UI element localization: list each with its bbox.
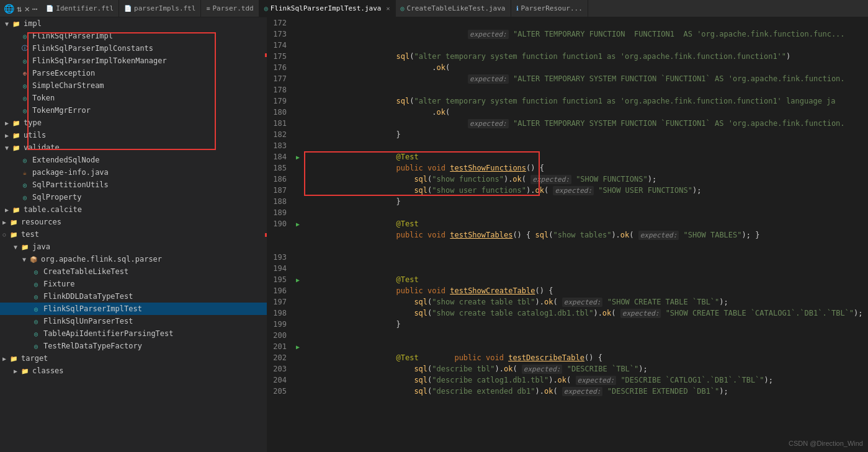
close-icon[interactable]: ✕ [24, 4, 29, 14]
sidebar-item-resources[interactable]: ▶ 📁 resources [0, 216, 267, 228]
sidebar-item-type[interactable]: ▶ 📁 type [0, 117, 267, 129]
label-packageinfo: package-info.java [32, 168, 109, 177]
sidebar-item-packageinfo[interactable]: ☕ package-info.java [0, 166, 267, 179]
code-lines: expected: "ALTER TEMPORARY FUNCTION FUNC… [304, 17, 863, 397]
class-icon-sqlproperty: ◎ [20, 192, 30, 202]
sidebar-item-token[interactable]: ◎ Token [0, 92, 267, 104]
tab-icon-identifier: 📄 [46, 5, 53, 12]
sidebar-item-constants[interactable]: ⓘ FlinkSqlParserImplConstants [0, 42, 267, 55]
tab-icon-parser: ≡ [206, 5, 210, 12]
sidebar-item-test[interactable]: ○ 📁 test [0, 228, 267, 241]
label-tablecalcite: table.calcite [24, 205, 82, 214]
tab-bar: 🌐 ⇅ ✕ ⋯ 📄 Identifier.ftl 📄 parserImpls.f… [0, 0, 868, 17]
code-line-193 [306, 252, 863, 263]
label-flinksqlparserimpl: FlinkSqlParserImpl [32, 32, 113, 40]
sidebar-item-flinkddl[interactable]: ◎ FlinkDDLDataTypeTest [0, 290, 267, 303]
class-icon-sqlpartitionutils: ◎ [20, 180, 30, 190]
tab-icon-parserimpl: 📄 [124, 5, 132, 12]
label-tableapiidentifier: TableApiIdentifierParsingTest [43, 329, 174, 338]
sidebar-item-fixture[interactable]: ◎ Fixture [0, 278, 267, 290]
code-line-178: sql("alter temporary system function fun… [306, 84, 863, 95]
sidebar-item-flinksqlparserimpl[interactable]: ◎ FlinkSqlParserImpl [0, 30, 267, 42]
tab-close-flinktest[interactable]: ✕ [386, 5, 390, 12]
globe-icon[interactable]: 🌐 [4, 4, 14, 14]
tab-parserimpl[interactable]: 📄 parserImpls.ftl [119, 0, 201, 17]
label-tokenmanager: FlinkSqlParserImplTokenManager [32, 56, 167, 65]
label-tokenmgrerror: TokenMgrError [32, 106, 91, 115]
tab-flinktest[interactable]: ◎ FlinkSqlParserImplTest.java ✕ [259, 0, 396, 17]
sidebar-item-target[interactable]: ▶ 📁 target [0, 352, 267, 365]
sidebar-item-sqlpartitionutils[interactable]: ◎ SqlPartitionUtils [0, 179, 267, 191]
tab-label-createtable: CreateTableLikeTest.java [407, 4, 506, 12]
label-test: test [21, 230, 39, 239]
sidebar-item-classes[interactable]: ▶ 📁 classes [0, 365, 267, 377]
code-line-204: sql("describe extended db1").ok( expecte… [306, 374, 863, 386]
code-line-191 [306, 229, 863, 241]
run-btn-184[interactable]: ▶ [296, 154, 300, 161]
arrow-orgapache: ▼ [20, 256, 29, 263]
sidebar-item-flinksqlparserimpltest[interactable]: ◎ FlinkSqlParserImplTest [0, 303, 267, 315]
label-flinkddl: FlinkDDLDataTypeTest [43, 292, 133, 301]
code-line-173 [306, 29, 863, 40]
code-line-182 [306, 129, 863, 140]
code-content: 172 173 174 175 176 177 178 179 180 181 … [267, 17, 868, 397]
sidebar-item-tablecalcite[interactable]: ▶ 📁 table.calcite [0, 203, 267, 216]
folder-icon-type: 📁 [11, 118, 21, 128]
arrow-type: ▶ [2, 120, 11, 126]
sidebar-item-simplecharstream[interactable]: ◎ SimpleCharStream [0, 79, 267, 92]
tab-createtable[interactable]: ◎ CreateTableLikeTest.java [396, 0, 511, 17]
run-btn-190[interactable]: ▶ [296, 221, 300, 228]
run-btn-201[interactable]: ▶ [296, 343, 300, 350]
sidebar-item-validate[interactable]: ▼ 📁 validate [0, 141, 267, 154]
java-icon-packageinfo: ☕ [20, 167, 30, 177]
arrow-resources: ▶ [0, 219, 9, 226]
label-extendedsqlnode: ExtendedSqlNode [32, 156, 99, 164]
sidebar-item-java[interactable]: ▼ 📁 java [0, 241, 267, 253]
code-line-181: } [306, 118, 863, 129]
code-line-201: @Test public void testDescribeTable() { [306, 341, 863, 352]
label-type: type [24, 118, 42, 127]
code-line-186: sql("show user functions").ok( expected:… [306, 174, 863, 185]
folder-icon-utils: 📁 [11, 130, 21, 140]
label-sqlpartitionutils: SqlPartitionUtils [32, 180, 109, 189]
sidebar-item-parseexception[interactable]: ⊕ ParseException [0, 67, 267, 79]
sidebar-item-sqlproperty[interactable]: ◎ SqlProperty [0, 191, 267, 203]
label-utils: utils [24, 131, 46, 140]
sidebar-item-impl[interactable]: ▼ 📁 impl [0, 17, 267, 30]
main-layout: ▼ 📁 impl ◎ FlinkSqlParserImpl ⓘ FlinkSql… [0, 17, 868, 452]
class-icon-tokenmgrerror: ◎ [20, 105, 30, 115]
code-line-180: expected: "ALTER TEMPORARY SYSTEM FUNCTI… [306, 107, 863, 118]
label-token: Token [32, 94, 55, 102]
code-editor[interactable]: 172 173 174 175 176 177 178 179 180 181 … [267, 17, 868, 452]
sidebar-item-tokenmgrerror[interactable]: ◎ TokenMgrError [0, 104, 267, 117]
arrows-icon[interactable]: ⇅ [17, 4, 22, 14]
tab-identifier[interactable]: 📄 Identifier.ftl [41, 0, 119, 17]
code-line-203: sql("describe catlog1.db1.tbl").ok( expe… [306, 363, 863, 374]
menu-icon[interactable]: ⋯ [32, 4, 37, 14]
tab-parserresource[interactable]: ℹ ParserResour... [511, 0, 588, 17]
run-btn-195[interactable]: ▶ [296, 277, 300, 283]
arrow-utils: ▶ [2, 132, 11, 139]
sidebar-item-tokenmanager[interactable]: ◎ FlinkSqlParserImplTokenManager [0, 55, 267, 67]
sidebar-item-createtableliketest[interactable]: ◎ CreateTableLikeTest [0, 265, 267, 278]
code-line-200 [306, 330, 863, 341]
code-line-198: } [306, 308, 863, 319]
sidebar-item-utils[interactable]: ▶ 📁 utils [0, 129, 267, 141]
class-icon-tokenmanager: ◎ [20, 56, 30, 66]
class-icon-flinksqlunparser: ◎ [31, 316, 41, 326]
sidebar-item-flinksqlunparser[interactable]: ◎ FlinkSqlUnParserTest [0, 315, 267, 327]
sidebar-item-testreldata[interactable]: ◎ TestRelDataTypeFactory [0, 340, 267, 352]
folder-icon-tablecalcite: 📁 [11, 205, 21, 215]
error-icon-parseexception: ⊕ [20, 68, 30, 78]
arrow-classes: ▶ [11, 368, 20, 374]
arrow-java: ▼ [11, 244, 20, 250]
label-sqlproperty: SqlProperty [32, 193, 81, 202]
sidebar-item-tableapiidentifier[interactable]: ◎ TableApiIdentifierParsingTest [0, 327, 267, 340]
tab-bar-controls[interactable]: 🌐 ⇅ ✕ ⋯ [0, 4, 41, 14]
sidebar-item-orgapache[interactable]: ▼ 📦 org.apache.flink.sql.parser [0, 253, 267, 265]
sidebar-item-extendedsqlnode[interactable]: ◎ ExtendedSqlNode [0, 154, 267, 166]
folder-icon-java: 📁 [20, 242, 30, 252]
label-simplecharstream: SimpleCharStream [32, 81, 104, 90]
tab-parser[interactable]: ≡ Parser.tdd [201, 0, 259, 17]
code-line-194: @Test [306, 263, 863, 274]
